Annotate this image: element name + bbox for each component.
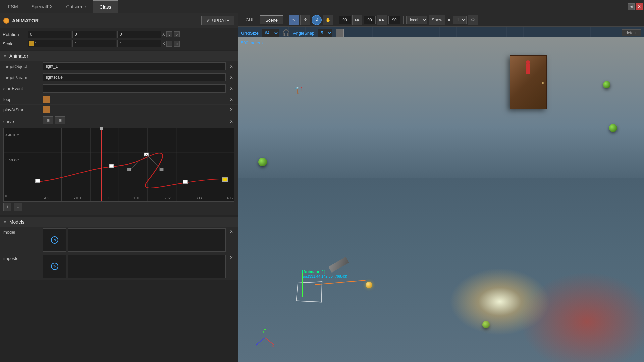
start-event-label: startEvent: [3, 86, 40, 91]
impostor-reload-icon: ↻: [51, 263, 58, 270]
start-event-input[interactable]: [43, 84, 226, 93]
scale-z-input[interactable]: [117, 40, 161, 47]
target-object-row: targetObject X: [0, 61, 238, 72]
cabinet-knob: [542, 82, 544, 84]
move-tool-button[interactable]: ✛: [300, 15, 310, 25]
coordinate-system-select[interactable]: local world: [406, 16, 427, 24]
equals-label: =: [448, 18, 450, 22]
angle-snap-label: AngleSnap: [293, 31, 315, 36]
scale-select[interactable]: 1: [453, 16, 467, 24]
loop-clear-button[interactable]: X: [228, 96, 234, 102]
impostor-icon-box[interactable]: ↻: [43, 255, 66, 278]
svg-rect-12: [222, 178, 228, 182]
scale-c-button[interactable]: c: [166, 41, 172, 47]
curve-clear-button[interactable]: X: [228, 118, 234, 124]
rotation-p-button[interactable]: p: [174, 31, 180, 37]
rotation-x-input[interactable]: [28, 31, 71, 38]
svg-rect-10: [144, 153, 149, 156]
impostor-label: impostor: [3, 255, 40, 261]
target-object-clear-button[interactable]: X: [228, 63, 234, 69]
tab-close-button[interactable]: ✕: [636, 3, 643, 10]
target-object-input[interactable]: [43, 62, 226, 70]
rotation-z-input[interactable]: [117, 31, 161, 38]
target-param-row: targetParam X: [0, 72, 238, 83]
tab-specialfx[interactable]: SpecialFX: [25, 0, 60, 13]
select-tool-button[interactable]: ↖: [289, 15, 299, 25]
scale-row: Scale 1 X c p: [3, 39, 235, 48]
curve-bottom-bar: + -: [3, 203, 234, 211]
play-at-start-label: playAtStart: [3, 107, 40, 112]
target-param-clear-button[interactable]: X: [228, 74, 234, 80]
impostor-clear-button[interactable]: X: [228, 255, 234, 261]
curve-add-key-button[interactable]: +: [3, 203, 11, 211]
angle-arrows-2-button[interactable]: ▶▶: [377, 15, 387, 25]
angle-1-input[interactable]: [339, 16, 351, 24]
impostor-row: impostor ↻ X: [0, 253, 238, 280]
curve-fit-button[interactable]: ⊞: [43, 116, 53, 124]
angle-2-input[interactable]: [364, 16, 376, 24]
animator-pos-text: pos(331.44,142.80,-768.43): [302, 274, 347, 278]
check-icon: ✔: [206, 18, 210, 23]
show-button[interactable]: Show: [429, 15, 445, 25]
rotation-c-button[interactable]: c: [166, 31, 172, 37]
curve-remove-key-button[interactable]: -: [14, 203, 22, 211]
play-at-start-color-box[interactable]: [43, 106, 50, 113]
scene-tab[interactable]: Scene: [260, 15, 283, 24]
y-axis-line: [302, 273, 303, 297]
scale-y-input[interactable]: [72, 40, 116, 47]
svg-rect-9: [109, 164, 114, 168]
angle-arrows-1-button[interactable]: ▶▶: [352, 15, 362, 25]
model-clear-button[interactable]: X: [228, 228, 234, 234]
tab-cutscene[interactable]: Cutscene: [59, 0, 93, 13]
scene-mode-box: [336, 29, 344, 37]
top-tab-bar: FSM SpecialFX Cutscene Class ◀ ✕: [0, 0, 644, 13]
play-at-start-clear-button[interactable]: X: [228, 107, 234, 113]
curve-y-top: 3.461679: [5, 133, 20, 137]
model-icon-box[interactable]: ↻: [43, 228, 66, 252]
model-value-input[interactable]: [68, 228, 226, 252]
scale-label: Scale: [3, 41, 26, 46]
tab-prev-button[interactable]: ◀: [628, 3, 635, 10]
svg-rect-16: [160, 168, 163, 171]
target-param-label: targetParam: [3, 75, 40, 80]
curve-container[interactable]: 3.461679 1.730839 0 -02 -101 0 101 202 3…: [3, 128, 234, 202]
start-event-row: startEvent X: [0, 83, 238, 94]
curve-zoom-button[interactable]: ⊟: [55, 116, 65, 124]
start-event-clear-button[interactable]: X: [228, 85, 234, 92]
light-source-glow: [449, 268, 550, 335]
sky-background: [238, 37, 644, 188]
tab-fsm[interactable]: FSM: [1, 0, 25, 13]
scale-p-button[interactable]: p: [174, 41, 180, 47]
impostor-value-input[interactable]: [68, 255, 226, 278]
loop-row: loop X: [0, 94, 238, 105]
grid-size-select[interactable]: 64 32 128: [262, 29, 279, 37]
rotation-y-input[interactable]: [72, 31, 116, 38]
update-button[interactable]: ✔ UPDATE: [201, 16, 234, 25]
animator-component-header[interactable]: ▼ Animator: [0, 51, 238, 61]
lock-icon: [29, 41, 34, 46]
hand-tool-button[interactable]: ✋: [323, 15, 333, 25]
angle-3-input[interactable]: [388, 16, 400, 24]
svg-text:X: X: [272, 344, 274, 348]
scene-toolbar-top: GUI Scene ↖ ✛ ↺ ✋ ▶▶ ▶▶ local world Show…: [238, 13, 644, 27]
toolbar-divider-3: [403, 16, 404, 24]
models-component-header[interactable]: ▼ Models: [0, 217, 238, 227]
left-panel: ANIMATOR ✔ UPDATE Rotation X c p Scale: [0, 13, 238, 362]
curve-toolbar: ⊞ ⊟: [43, 116, 65, 124]
tab-class[interactable]: Class: [93, 0, 118, 13]
curve-svg: [4, 128, 234, 201]
gear-button[interactable]: ⚙: [468, 15, 478, 25]
angle-snap-select[interactable]: 5 10 15: [318, 29, 332, 37]
tab-controls: ◀ ✕: [628, 3, 643, 10]
gui-tab[interactable]: GUI: [240, 16, 259, 24]
scale-x-value: 1: [35, 41, 37, 46]
rotate-tool-button[interactable]: ↺: [312, 15, 322, 25]
right-panel: GUI Scene ↖ ✛ ↺ ✋ ▶▶ ▶▶ local world Show…: [238, 13, 644, 362]
loop-color-box[interactable]: [43, 96, 50, 103]
default-button[interactable]: default: [622, 29, 641, 36]
target-param-input[interactable]: [43, 73, 226, 81]
animator-info-label: [Animaor_1] pos(331.44,142.80,-768.43): [302, 269, 347, 278]
scene-view[interactable]: GridSize 64 32 128 🎧 AngleSnap 5 10 15 d…: [238, 27, 644, 362]
green-sphere-2: [609, 124, 617, 132]
green-sphere-3: [258, 158, 267, 166]
